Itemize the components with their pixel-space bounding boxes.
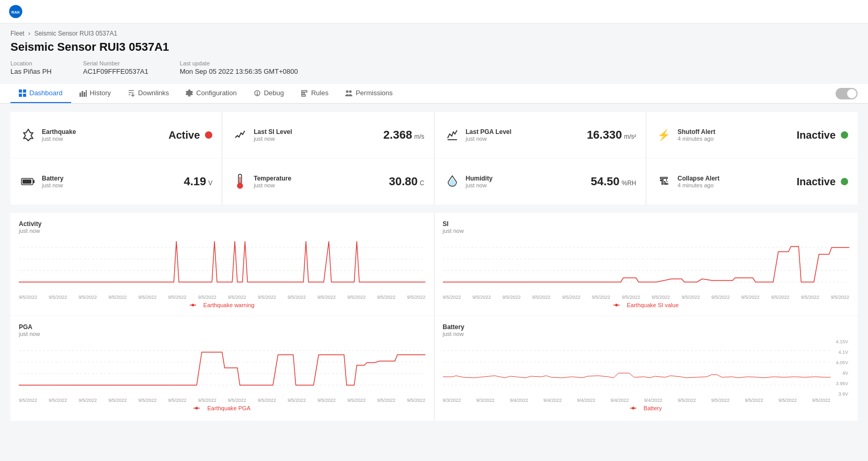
humidity-unit: %RH	[622, 179, 636, 187]
tab-dashboard[interactable]: Dashboard	[10, 84, 71, 103]
earthquake-status-text: Active	[168, 129, 200, 141]
pga-x-labels: 9/5/20229/5/20229/5/20229/5/20229/5/2022…	[19, 398, 426, 403]
svg-point-37	[615, 304, 618, 307]
breadcrumb-current: Seismic Sensor RUI3 0537A1	[34, 30, 117, 37]
tab-dashboard-label: Dashboard	[29, 89, 63, 97]
pga-chart-subtitle: just now	[19, 331, 426, 337]
meta-last-update: Last update Mon Sep 05 2022 13:56:35 GMT…	[180, 60, 298, 75]
svg-rect-4	[19, 94, 22, 97]
si-unit: m/s	[414, 133, 424, 140]
pga-legend-label: Earthquake PGA	[207, 405, 250, 411]
svg-point-49	[632, 407, 634, 410]
last-update-label: Last update	[180, 60, 298, 66]
activity-chart-area	[19, 236, 426, 294]
collapse-icon: 🏗	[656, 173, 672, 190]
grid-icon	[19, 89, 26, 97]
collapse-title: Collapse Alert	[678, 175, 719, 182]
bar-chart-icon	[79, 89, 87, 97]
breadcrumb-parent[interactable]: Fleet	[10, 30, 25, 37]
shutoff-status-text: Inactive	[797, 129, 836, 141]
tab-history[interactable]: History	[71, 84, 119, 103]
si-icon	[232, 127, 248, 143]
si-title: Last SI Level	[254, 128, 292, 136]
main-content: Fleet › Seismic Sensor RUI3 0537A1 Seism…	[0, 24, 868, 461]
last-pga-level-card: Last PGA Level just now 16.330 m/s²	[435, 112, 646, 158]
location-label: Location	[10, 60, 52, 66]
battery-card: Battery just now 4.19 V	[10, 159, 222, 205]
svg-rect-3	[23, 89, 26, 93]
si-legend: Earthquake SI value	[443, 302, 850, 308]
battery-x-labels: 9/3/20229/3/20229/4/20229/4/20229/4/2022…	[443, 398, 831, 403]
battery-metric-title: Battery	[42, 175, 63, 182]
svg-rect-6	[79, 93, 81, 97]
si-chart-area	[443, 236, 850, 294]
humidity-title: Humidity	[466, 175, 493, 182]
svg-point-24	[237, 183, 243, 188]
shutoff-subtitle: 4 minutes ago	[678, 136, 715, 142]
meta-row: Location Las Piñas PH Serial Number AC1F…	[10, 60, 858, 75]
pga-legend: Earthquake PGA	[19, 405, 426, 411]
tab-configuration[interactable]: Configuration	[177, 84, 245, 103]
tab-debug[interactable]: Debug	[245, 84, 292, 103]
tab-permissions[interactable]: Permissions	[337, 84, 401, 103]
meta-location: Location Las Piñas PH	[10, 60, 52, 75]
svg-rect-7	[82, 91, 83, 97]
logo: RAK	[8, 4, 23, 19]
last-update-value: Mon Sep 05 2022 13:56:35 GMT+0800	[180, 68, 298, 75]
downlinks-icon	[128, 89, 135, 97]
battery-chart-card: Battery just now 4.15V 4.1V 4.05V 4V 3.9…	[435, 316, 858, 421]
tab-debug-label: Debug	[264, 89, 284, 97]
collapse-subtitle: 4 minutes ago	[678, 182, 719, 188]
tab-downlinks-label: Downlinks	[138, 89, 169, 97]
shutoff-alert-card: ⚡ Shutoff Alert 4 minutes ago Inactive	[646, 112, 858, 158]
earthquake-title: Earthquake	[42, 128, 76, 136]
shutoff-status-dot	[841, 131, 848, 139]
tab-rules[interactable]: Rules	[292, 84, 337, 103]
top-bar: RAK	[0, 0, 868, 24]
pga-title: Last PGA Level	[466, 128, 512, 136]
svg-rect-22	[22, 179, 31, 184]
battery-metric-subtitle: just now	[42, 182, 63, 188]
tab-history-label: History	[90, 89, 111, 97]
last-si-level-card: Last SI Level just now 2.368 m/s	[222, 112, 433, 158]
device-toggle[interactable]	[836, 88, 858, 99]
svg-text:RAK: RAK	[12, 10, 20, 15]
permissions-icon	[345, 89, 352, 97]
charts-row-1: Activity just now 9/5/20229/5/20229/5/20…	[10, 213, 858, 316]
page-title: Seismic Sensor RUI3 0537A1	[10, 40, 858, 54]
temperature-subtitle: just now	[254, 182, 291, 188]
svg-point-17	[346, 90, 349, 93]
breadcrumb: Fleet › Seismic Sensor RUI3 0537A1	[10, 30, 858, 37]
svg-rect-8	[84, 92, 85, 97]
svg-point-43	[196, 407, 198, 410]
battery-unit: V	[208, 179, 212, 187]
gear-icon	[186, 89, 193, 97]
battery-legend-label: Battery	[644, 405, 662, 411]
tab-downlinks[interactable]: Downlinks	[119, 84, 177, 103]
pga-unit: m/s²	[624, 133, 636, 140]
humidity-value: 54.50	[591, 175, 620, 188]
si-chart-subtitle: just now	[443, 228, 850, 234]
rak-logo-icon: RAK	[8, 4, 23, 19]
svg-point-18	[349, 90, 352, 93]
earthquake-card: Earthquake just now Active	[10, 112, 222, 158]
metrics-row-1: Earthquake just now Active Last SI Level	[10, 112, 858, 158]
shutoff-title: Shutoff Alert	[678, 128, 715, 136]
battery-chart-area: 4.15V 4.1V 4.05V 4V 3.95V 3.9V	[443, 339, 850, 397]
activity-legend-label: Earthquake warning	[203, 302, 255, 308]
collapse-status-text: Inactive	[797, 176, 836, 188]
serial-value: AC1F09FFFE0537A1	[83, 68, 149, 75]
si-chart-title: SI	[443, 220, 850, 228]
humidity-subtitle: just now	[466, 182, 493, 188]
earthquake-status-dot	[205, 131, 212, 139]
pga-chart-area	[19, 339, 426, 397]
location-value: Las Piñas PH	[10, 68, 52, 75]
pga-value: 16.330	[587, 128, 622, 142]
battery-icon	[20, 173, 37, 190]
metrics-row-2: Battery just now 4.19 V	[10, 159, 858, 205]
si-subtitle: just now	[254, 136, 292, 142]
activity-x-labels: 9/5/20229/5/20229/5/20229/5/20229/5/2022…	[19, 295, 426, 300]
pga-icon	[444, 127, 461, 143]
svg-rect-2	[19, 89, 22, 93]
humidity-icon	[444, 173, 461, 190]
